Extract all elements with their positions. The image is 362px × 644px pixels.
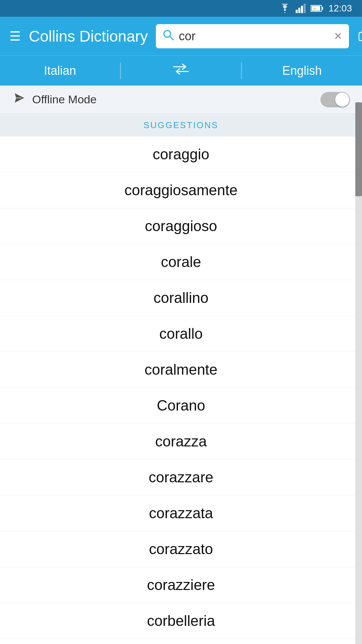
suggestion-item[interactable]: corallo — [0, 316, 362, 352]
suggestion-item[interactable]: corbelleria — [0, 603, 362, 639]
signal-icon — [296, 4, 306, 13]
svg-text:⚡: ⚡ — [313, 6, 317, 11]
search-clear-icon[interactable]: ✕ — [334, 30, 342, 42]
swap-icon — [172, 63, 190, 78]
app-title-light: Dictionary — [75, 28, 148, 45]
suggestion-item[interactable]: corda — [0, 639, 362, 644]
battery-icon: ⚡ — [310, 5, 324, 12]
search-input[interactable] — [179, 29, 329, 43]
bag-icon[interactable] — [357, 27, 362, 45]
offline-toggle[interactable] — [320, 92, 350, 107]
suggestion-item[interactable]: corazza — [0, 424, 362, 460]
offline-bar: Offline Mode — [0, 86, 362, 114]
suggestions-label: SUGGESTIONS — [143, 120, 219, 130]
app-title-bold: Collins — [29, 28, 75, 45]
app-header: ☰ Collins Dictionary ✕ — [0, 17, 362, 55]
suggestion-item[interactable]: coralmente — [0, 352, 362, 388]
airplane-icon — [12, 91, 25, 108]
language-bar: Italian English — [0, 55, 362, 86]
svg-rect-3 — [304, 4, 306, 13]
suggestion-item[interactable]: coraggio — [0, 137, 362, 172]
status-icons: ⚡ 12:03 — [279, 3, 352, 14]
svg-rect-2 — [301, 6, 303, 13]
suggestion-item[interactable]: corazzare — [0, 460, 362, 495]
suggestion-item[interactable]: coraggiosamente — [0, 172, 362, 208]
suggestion-item[interactable]: corallino — [0, 280, 362, 316]
svg-line-9 — [170, 37, 173, 40]
source-language[interactable]: Italian — [0, 56, 120, 86]
suggestions-header: SUGGESTIONS — [0, 114, 362, 137]
suggestions-list: coraggiocoraggiosamentecoraggiosocoralec… — [0, 137, 362, 644]
status-bar: ⚡ 12:03 — [0, 0, 362, 17]
toggle-knob — [335, 93, 349, 107]
svg-rect-1 — [298, 8, 300, 13]
swap-languages-button[interactable] — [121, 56, 241, 86]
suggestion-item[interactable]: corale — [0, 244, 362, 280]
status-time: 12:03 — [328, 3, 352, 14]
search-icon — [163, 29, 174, 43]
svg-rect-5 — [322, 7, 323, 10]
suggestion-item[interactable]: corazzata — [0, 495, 362, 531]
svg-rect-10 — [359, 33, 362, 41]
scroll-track[interactable] — [355, 102, 362, 644]
svg-rect-0 — [296, 10, 298, 13]
suggestion-item[interactable]: Corano — [0, 388, 362, 424]
offline-label: Offline Mode — [32, 93, 320, 106]
suggestion-item[interactable]: coraggioso — [0, 208, 362, 244]
scroll-thumb[interactable] — [355, 102, 362, 196]
suggestion-item[interactable]: corazziere — [0, 567, 362, 603]
menu-icon[interactable]: ☰ — [9, 30, 21, 43]
target-language[interactable]: English — [242, 56, 362, 86]
app-title: Collins Dictionary — [29, 27, 148, 45]
suggestion-item[interactable]: corazzato — [0, 531, 362, 567]
search-box[interactable]: ✕ — [156, 24, 349, 48]
wifi-icon — [279, 4, 291, 13]
